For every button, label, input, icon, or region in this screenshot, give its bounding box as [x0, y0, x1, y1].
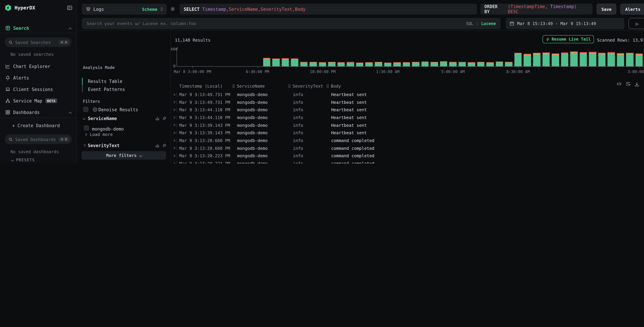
- presets-section-header[interactable]: PRESETS: [12, 158, 35, 162]
- col-header-timestamp[interactable]: Timestamp (Local): [179, 83, 237, 88]
- histogram-bar: [440, 62, 447, 66]
- col-header-body[interactable]: Body: [331, 83, 644, 88]
- chevron-up-icon[interactable]: [68, 28, 72, 31]
- table-row[interactable]: Mar 9 3:13:49.731 PMmongodb-demoinfoHear…: [171, 98, 644, 106]
- histogram-bar: [291, 58, 298, 66]
- histogram-bar: [570, 52, 578, 66]
- row-expander-icon[interactable]: [172, 139, 175, 142]
- hyperdx-app: HyperDX Search Saved Searches ⌘ K No sav…: [0, 0, 644, 164]
- calendar-icon: [510, 21, 514, 26]
- run-query-button[interactable]: ▷: [628, 18, 644, 29]
- sql-toggle[interactable]: SQL: [466, 21, 473, 26]
- pin-icon[interactable]: [162, 116, 166, 120]
- cell-servicename: mongodb-demo: [237, 161, 293, 164]
- histogram-bar: [617, 53, 624, 66]
- row-expander-icon[interactable]: [172, 132, 175, 134]
- row-expander-icon[interactable]: [172, 108, 175, 111]
- filter-group-servicename[interactable]: ServiceName: [77, 115, 171, 122]
- sidebar-item-search[interactable]: Search: [0, 24, 77, 32]
- filter-group-label: ServiceName: [88, 116, 117, 121]
- sidebar-collapse-icon[interactable]: [67, 6, 72, 10]
- sidebar-item-service-map[interactable]: Service Map BETA: [0, 97, 77, 104]
- histogram-bar: [533, 52, 540, 66]
- denoise-checkbox[interactable]: [83, 107, 88, 112]
- row-expander-icon[interactable]: [172, 93, 175, 96]
- search-icon: [8, 137, 13, 142]
- create-dashboard-label: + Create Dashboard: [12, 123, 60, 128]
- query-language-toggle[interactable]: SQL | Lucene: [466, 21, 496, 26]
- table-row[interactable]: Mar 9 3:13:20.223 PMmongodb-demoinfocomm…: [171, 152, 644, 160]
- chart-toggle-icon[interactable]: [155, 116, 159, 120]
- servicename-value-label[interactable]: mongodb-demo: [92, 126, 124, 132]
- source-select[interactable]: Logs Schema: [82, 4, 167, 14]
- sidebar-item-dashboards[interactable]: Dashboards: [0, 108, 77, 116]
- hyperdx-logo-icon: [5, 4, 12, 11]
- row-expander-icon[interactable]: [172, 124, 175, 126]
- layers-icon: [86, 7, 91, 12]
- select-query-input[interactable]: SELECT Timestamp,ServiceName,SeverityTex…: [180, 4, 477, 14]
- chart-toggle-icon[interactable]: [155, 144, 159, 148]
- save-button[interactable]: Save: [597, 4, 616, 14]
- row-expander-icon[interactable]: [172, 116, 175, 119]
- row-expander-icon[interactable]: [172, 154, 175, 157]
- orderby-input[interactable]: ORDER BY (TimestampTime, Timestamp) DESC: [480, 4, 592, 14]
- resume-live-tail-button[interactable]: Resume Live Tail: [542, 35, 594, 43]
- cell-severity: info: [293, 138, 331, 143]
- table-row[interactable]: Mar 9 3:13:39.143 PMmongodb-demoinfoHear…: [171, 129, 644, 136]
- histogram-bar: [459, 62, 466, 66]
- cell-servicename: mongodb-demo: [237, 153, 293, 158]
- bell-icon: [6, 76, 10, 80]
- row-expander-icon[interactable]: [172, 101, 175, 104]
- row-expander-icon[interactable]: [172, 162, 175, 164]
- table-row[interactable]: Mar 9 3:13:44.110 PMmongodb-demoinfoHear…: [171, 114, 644, 121]
- mode-event-patterns[interactable]: Event Patterns: [88, 87, 125, 92]
- histogram-bar: [375, 62, 382, 66]
- cell-body: Heartbeat sent: [331, 115, 644, 120]
- mode-results-table[interactable]: Results Table: [88, 79, 122, 84]
- drag-handle-icon[interactable]: [326, 84, 329, 88]
- create-dashboard-button[interactable]: + Create Dashboard: [0, 122, 77, 129]
- cell-body: Heartbeat sent: [331, 107, 644, 112]
- source-settings-gear-icon[interactable]: [170, 6, 175, 12]
- table-row[interactable]: Mar 9 3:13:20.223 PMmongodb-demoinfocomm…: [171, 160, 644, 164]
- drag-handle-icon[interactable]: [288, 84, 290, 88]
- sidebar-item-chart-explorer[interactable]: Chart Explorer: [0, 62, 77, 70]
- cell-body: Heartbeat sent: [331, 122, 644, 128]
- sidebar-item-alerts[interactable]: Alerts: [0, 74, 77, 82]
- saved-searches-placeholder: Saved Searches: [15, 40, 56, 45]
- servicename-value-checkbox[interactable]: [84, 126, 89, 130]
- table-row[interactable]: Mar 9 3:13:49.731 PMmongodb-demoinfoHear…: [171, 91, 644, 98]
- histogram-bar: [263, 58, 270, 66]
- col-header-servicename[interactable]: ServiceName: [237, 83, 293, 88]
- date-range-picker[interactable]: Mar 8 15:13:49 - Mar 9 15:13:49: [506, 18, 624, 29]
- no-saved-dashboards-note: No saved dashboards: [10, 149, 59, 154]
- cell-timestamp: Mar 9 3:13:20.223 PM: [179, 161, 237, 164]
- table-row[interactable]: Mar 9 3:13:44.110 PMmongodb-demoinfoHear…: [171, 106, 644, 114]
- chevron-right-icon: [83, 144, 86, 147]
- saved-searches-input[interactable]: Saved Searches ⌘ K: [5, 38, 72, 47]
- table-row[interactable]: Mar 9 3:13:28.660 PMmongodb-demoinfocomm…: [171, 144, 644, 152]
- wrap-lines-icon[interactable]: [626, 82, 630, 86]
- histogram-bar: [608, 52, 615, 66]
- table-row[interactable]: Mar 9 3:13:28.660 PMmongodb-demoinfocomm…: [171, 136, 644, 144]
- code-view-icon[interactable]: [616, 82, 622, 86]
- pin-icon[interactable]: [162, 144, 166, 148]
- saved-dashboards-input[interactable]: Saved Dashboards ⌘ K: [5, 134, 72, 144]
- cell-servicename: mongodb-demo: [237, 92, 293, 97]
- drag-handle-icon[interactable]: [232, 84, 235, 88]
- sidebar-item-label: Dashboards: [13, 110, 40, 115]
- col-header-severitytext[interactable]: SeverityText: [293, 83, 331, 88]
- lucene-toggle[interactable]: Lucene: [481, 21, 496, 26]
- download-icon[interactable]: [634, 82, 639, 86]
- chevron-up-icon[interactable]: [68, 112, 72, 115]
- analysis-mode-heading: Analysis Mode: [83, 65, 115, 70]
- more-filters-button[interactable]: More filters: [82, 151, 166, 160]
- alerts-button[interactable]: Alerts: [620, 4, 644, 14]
- sidebar-item-client-sessions[interactable]: Client Sessions: [0, 86, 77, 93]
- table-header: Timestamp (Local) ServiceName SeverityTe…: [171, 82, 644, 89]
- row-expander-icon[interactable]: [172, 147, 175, 150]
- event-search-input[interactable]: Search your events w/ Lucene ex. column:…: [82, 18, 500, 29]
- filter-group-severitytext[interactable]: SeverityText: [77, 142, 171, 149]
- load-more-button[interactable]: Load more: [84, 132, 113, 137]
- table-row[interactable]: Mar 9 3:13:39.143 PMmongodb-demoinfoHear…: [171, 122, 644, 129]
